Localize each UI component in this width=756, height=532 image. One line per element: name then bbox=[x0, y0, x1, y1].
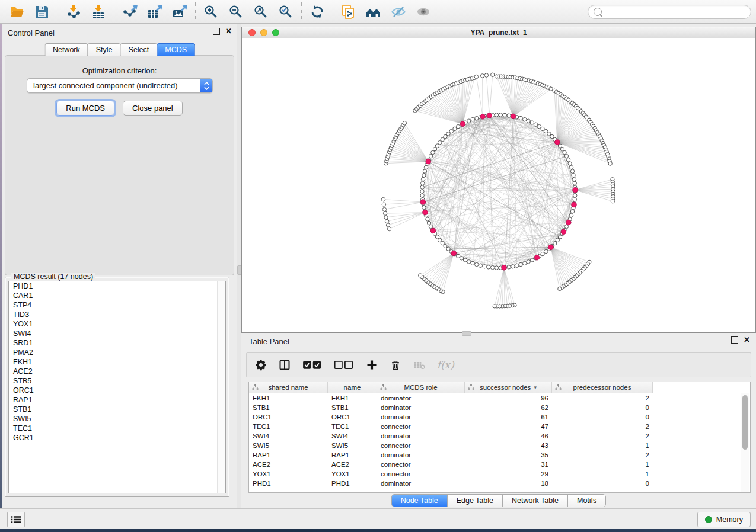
run-mcds-button[interactable]: Run MCDS bbox=[56, 101, 114, 116]
mcds-list-scrollbar[interactable] bbox=[217, 281, 225, 493]
network-window-titlebar[interactable]: YPA_prune.txt_1 bbox=[242, 27, 755, 39]
table-scrollbar-thumb[interactable] bbox=[742, 395, 748, 450]
open-file-button[interactable] bbox=[5, 2, 30, 22]
deselect-all-rows-icon bbox=[334, 359, 353, 371]
horizontal-splitter-grip[interactable] bbox=[462, 331, 471, 336]
tab-network-table[interactable]: Network Table bbox=[503, 495, 568, 507]
mcds-result-item[interactable]: ORC1 bbox=[9, 386, 225, 395]
table-row[interactable]: STB1STB1dominator620 bbox=[249, 403, 750, 412]
column-header-shared-name[interactable]: shared name bbox=[249, 382, 328, 393]
mcds-result-item[interactable]: SRD1 bbox=[9, 338, 225, 348]
open-file-icon bbox=[9, 4, 25, 20]
refresh-layout-button[interactable] bbox=[305, 2, 330, 22]
tab-style[interactable]: Style bbox=[88, 43, 121, 56]
mcds-result-item[interactable]: CAR1 bbox=[9, 291, 225, 300]
criterion-dropdown[interactable]: largest connected component (undirected) bbox=[27, 78, 213, 93]
close-table-panel-icon[interactable]: ✕ bbox=[744, 337, 750, 343]
table-row[interactable]: SWI4SWI4dominator462 bbox=[249, 431, 750, 441]
float-table-panel-icon[interactable] bbox=[731, 336, 738, 344]
table-row[interactable]: YOX1YOX1connector291 bbox=[249, 469, 750, 479]
mcds-result-item[interactable]: RAP1 bbox=[9, 395, 225, 405]
attribute-icon bbox=[555, 384, 562, 392]
mcds-result-item[interactable]: YOX1 bbox=[9, 319, 225, 329]
clone-network-button[interactable] bbox=[336, 2, 361, 22]
table-row[interactable]: SWI5SWI5connector431 bbox=[249, 441, 750, 450]
mcds-result-item[interactable]: FKH1 bbox=[9, 357, 225, 367]
first-neighbors-button[interactable] bbox=[361, 2, 386, 22]
import-network-button[interactable] bbox=[61, 2, 86, 22]
zoom-selected-button[interactable] bbox=[273, 2, 298, 22]
mcds-result-item[interactable]: SWI5 bbox=[9, 414, 225, 424]
function-builder-button: f(x) bbox=[437, 357, 454, 373]
table-cell: dominator bbox=[377, 404, 465, 411]
column-header-MCDS-role[interactable]: MCDS role bbox=[377, 382, 465, 393]
delete-rows-button[interactable] bbox=[390, 357, 401, 373]
show-columns-button[interactable] bbox=[279, 357, 291, 373]
mcds-result-item[interactable]: PHD1 bbox=[9, 281, 225, 291]
table-row[interactable]: ORC1ORC1dominator610 bbox=[249, 412, 750, 422]
table-scrollbar[interactable] bbox=[741, 393, 749, 492]
table-cell: dominator bbox=[377, 480, 465, 487]
mcds-result-item[interactable]: TID3 bbox=[9, 310, 225, 319]
column-header-successor-nodes[interactable]: successor nodes▾ bbox=[465, 382, 552, 393]
tab-mcds[interactable]: MCDS bbox=[157, 43, 195, 56]
import-table-button[interactable] bbox=[86, 2, 111, 22]
mcds-result-item[interactable]: STP4 bbox=[9, 300, 225, 310]
vertical-splitter[interactable] bbox=[237, 24, 241, 508]
tab-node-table[interactable]: Node Table bbox=[392, 495, 448, 507]
dropdown-stepper-icon bbox=[200, 79, 212, 92]
table-settings-button[interactable] bbox=[255, 357, 267, 373]
export-image-button[interactable] bbox=[167, 2, 192, 22]
show-all-button[interactable] bbox=[411, 2, 436, 22]
delete-column-icon bbox=[413, 359, 425, 371]
mcds-result-item[interactable]: STB5 bbox=[9, 376, 225, 386]
table-row[interactable]: FKH1FKH1dominator962 bbox=[249, 393, 750, 403]
mcds-result-item[interactable]: TEC1 bbox=[9, 424, 225, 433]
export-network-button[interactable] bbox=[117, 2, 142, 22]
column-header-name[interactable]: name bbox=[328, 382, 377, 393]
table-row[interactable]: PHD1PHD1dominator180 bbox=[249, 479, 750, 488]
mcds-result-item[interactable]: ACE2 bbox=[9, 367, 225, 376]
table-cell: YOX1 bbox=[328, 470, 377, 477]
close-panel-button[interactable]: Close panel bbox=[123, 101, 183, 116]
task-history-button[interactable] bbox=[7, 512, 25, 527]
mcds-result-item[interactable]: PMA2 bbox=[9, 348, 225, 357]
select-all-rows-button[interactable] bbox=[302, 357, 322, 373]
memory-button[interactable]: Memory bbox=[697, 512, 751, 527]
mcds-result-item[interactable]: SWI4 bbox=[9, 329, 225, 338]
mcds-result-item[interactable]: STB1 bbox=[9, 405, 225, 414]
select-all-rows-icon bbox=[302, 359, 322, 371]
mcds-tab-content: Optimization criterion: largest connecte… bbox=[5, 55, 234, 275]
column-header-predecessor-nodes[interactable]: predecessor nodes bbox=[552, 382, 653, 393]
zoom-in-button[interactable] bbox=[199, 2, 224, 22]
first-neighbors-icon bbox=[366, 4, 381, 20]
table-row[interactable]: ACE2ACE2connector311 bbox=[249, 460, 750, 469]
mcds-result-list: PHD1CAR1STP4TID3YOX1SWI4SRD1PMA2FKH1ACE2… bbox=[8, 281, 226, 493]
table-cell: 31 bbox=[465, 461, 552, 468]
network-canvas[interactable] bbox=[242, 38, 755, 332]
hide-selected-button[interactable] bbox=[386, 2, 411, 22]
deselect-all-rows-button[interactable] bbox=[334, 357, 353, 373]
tab-network[interactable]: Network bbox=[44, 43, 88, 56]
zoom-out-button[interactable] bbox=[224, 2, 248, 22]
table-cell: 0 bbox=[552, 480, 653, 487]
export-table-button[interactable] bbox=[142, 2, 167, 22]
table-row[interactable]: TEC1TEC1connector472 bbox=[249, 422, 750, 431]
tab-motifs[interactable]: Motifs bbox=[568, 495, 605, 507]
function-icon: f(x) bbox=[437, 359, 454, 371]
close-panel-icon[interactable]: ✕ bbox=[225, 28, 232, 34]
table-cell: 46 bbox=[465, 432, 552, 440]
table-row[interactable]: RAP1RAP1dominator352 bbox=[249, 450, 750, 460]
float-panel-icon[interactable] bbox=[213, 28, 220, 35]
zoom-fit-button[interactable] bbox=[248, 2, 273, 22]
table-toolbar: f(x) bbox=[246, 352, 751, 377]
export-table-icon bbox=[147, 4, 162, 20]
mcds-result-item[interactable]: GCR1 bbox=[9, 433, 225, 443]
add-column-button[interactable] bbox=[366, 357, 378, 373]
search-input[interactable] bbox=[605, 7, 745, 17]
search-box[interactable] bbox=[588, 5, 751, 19]
save-session-button[interactable] bbox=[30, 2, 55, 22]
table-cell: dominator bbox=[377, 414, 465, 421]
tab-select[interactable]: Select bbox=[120, 43, 158, 56]
tab-edge-table[interactable]: Edge Table bbox=[448, 495, 503, 507]
